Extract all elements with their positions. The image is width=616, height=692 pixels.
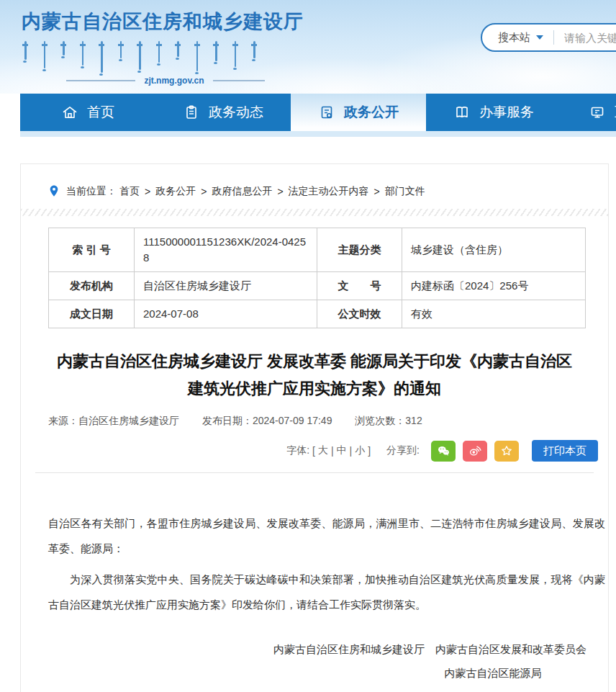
signature-energy-bureau: 内蒙古自治区能源局 bbox=[378, 661, 608, 685]
breadcrumb-separator: > bbox=[201, 186, 207, 197]
article-publish-date: 发布日期：2024-07-09 17:49 bbox=[202, 415, 332, 426]
nav-understrip bbox=[20, 131, 616, 137]
separator: | bbox=[331, 445, 334, 457]
document-seal-icon bbox=[318, 104, 335, 121]
nav-item-services[interactable]: 办事服务 bbox=[426, 94, 561, 131]
meta-value-validity: 有效 bbox=[402, 300, 586, 328]
signature-organizations: 内蒙古自治区住房和城乡建设厅 内蒙古自治区发展和改革委员会 bbox=[21, 637, 608, 661]
site-url: zjt.nmg.gov.cn bbox=[22, 76, 309, 86]
meta-label-agency: 发布机构 bbox=[49, 272, 135, 300]
hatched-divider bbox=[21, 209, 608, 216]
breadcrumb-label: 当前位置： bbox=[66, 185, 117, 198]
nav-item-label: 政务动态 bbox=[209, 103, 263, 122]
page-title: 内蒙古自治区住房城乡建设厅 发展改革委 能源局关于印发《内蒙古自治区建筑光伏推广… bbox=[52, 348, 577, 403]
share-wechat-button[interactable] bbox=[431, 441, 456, 462]
meta-value-category: 城乡建设（含住房） bbox=[402, 228, 586, 272]
print-page-button[interactable]: 打印本页 bbox=[532, 440, 598, 462]
search-divider bbox=[553, 30, 554, 45]
home-icon bbox=[61, 104, 78, 121]
article-meta: 来源：自治区住房城乡建设厅 发布日期：2024-07-09 17:49 浏览次数… bbox=[48, 415, 608, 428]
site-header: 内蒙古自治区住房和城乡建设厅 zjt.nmg.gov.cn 搜本站 bbox=[0, 0, 616, 94]
meta-value-index: 1115000001151236XK/2024-04258 bbox=[135, 228, 317, 272]
breadcrumb-separator: > bbox=[277, 186, 283, 197]
signature-block: 内蒙古自治区住房和城乡建设厅 内蒙古自治区发展和改革委员会 内蒙古自治区能源局 … bbox=[21, 637, 608, 692]
document-meta-table: 索 引 号 1115000001151236XK/2024-04258 主题分类… bbox=[48, 228, 586, 328]
bracket: ] bbox=[368, 445, 371, 457]
mongolian-script-decoration bbox=[24, 41, 309, 74]
meta-label-category: 主题分类 bbox=[317, 228, 402, 272]
font-size-widget: 字体: [ 大 | 中 | 小 ] bbox=[286, 444, 371, 457]
share-label: 分享到: bbox=[386, 444, 420, 457]
main-nav: 首页 政务动态 政务公开 办事服务 互动交流 bbox=[20, 94, 616, 131]
nav-item-interaction[interactable]: 互动交流 bbox=[561, 94, 616, 131]
breadcrumb-item-disclosure[interactable]: 政务公开 bbox=[155, 185, 196, 198]
font-size-label: 字体: bbox=[286, 444, 309, 457]
signature-date: 2024年7月8日 bbox=[378, 685, 608, 692]
search-scope-dropdown[interactable]: 搜本站 bbox=[498, 31, 543, 45]
search-box: 搜本站 bbox=[481, 23, 616, 52]
meta-label-written-date: 成文日期 bbox=[49, 300, 135, 328]
meta-value-doc-number: 内建标函〔2024〕256号 bbox=[402, 272, 586, 300]
book-icon bbox=[453, 104, 471, 121]
monitor-chat-icon bbox=[589, 104, 606, 121]
article-view-count: 浏览次数：312 bbox=[355, 415, 422, 426]
nav-item-label: 政务公开 bbox=[344, 103, 399, 122]
breadcrumb-item-gov-info[interactable]: 政府信息公开 bbox=[212, 185, 272, 198]
breadcrumb: 当前位置： 首页 > 政务公开 > 政府信息公开 > 法定主动公开内容 > 部门… bbox=[21, 164, 608, 198]
breadcrumb-item-home[interactable]: 首页 bbox=[119, 185, 140, 198]
chevron-down-icon bbox=[536, 35, 543, 40]
nav-item-public-disclosure[interactable]: 政务公开 bbox=[291, 94, 426, 131]
article-paragraph: 自治区各有关部门，各盟市住房城乡建设局、发展改革委、能源局，满洲里市、二连浩特市… bbox=[48, 511, 605, 561]
clipboard-icon bbox=[183, 104, 200, 121]
search-scope-label: 搜本站 bbox=[498, 31, 530, 45]
breadcrumb-separator: > bbox=[145, 186, 150, 197]
meta-label-index: 索 引 号 bbox=[49, 228, 135, 272]
site-title: 内蒙古自治区住房和城乡建设厅 bbox=[22, 9, 309, 35]
wechat-icon bbox=[436, 444, 450, 458]
meta-label-validity: 公文时效 bbox=[317, 300, 402, 328]
meta-value-agency: 自治区住房城乡建设厅 bbox=[135, 272, 317, 300]
table-row: 成文日期 2024-07-08 公文时效 有效 bbox=[49, 300, 586, 328]
share-favorite-button[interactable] bbox=[494, 441, 519, 462]
breadcrumb-separator: > bbox=[374, 186, 380, 197]
article-body: 自治区各有关部门，各盟市住房城乡建设局、发展改革委、能源局，满洲里市、二连浩特市… bbox=[21, 473, 608, 617]
nav-item-news[interactable]: 政务动态 bbox=[155, 94, 291, 131]
font-size-small-button[interactable]: 小 bbox=[355, 444, 365, 457]
article-source: 来源：自治区住房城乡建设厅 bbox=[48, 415, 179, 426]
article-paragraph: 为深入贯彻落实党中央、国务院关于碳达峰碳中和决策部署，加快推动自治区建筑光伏高质… bbox=[48, 567, 605, 617]
breadcrumb-item-statutory[interactable]: 法定主动公开内容 bbox=[289, 185, 369, 198]
separator: | bbox=[350, 445, 353, 457]
content-card: 当前位置： 首页 > 政务公开 > 政府信息公开 > 法定主动公开内容 > 部门… bbox=[20, 163, 609, 692]
location-pin-icon bbox=[48, 184, 60, 198]
share-weibo-button[interactable] bbox=[463, 441, 487, 462]
nav-item-label: 办事服务 bbox=[479, 103, 534, 122]
font-size-medium-button[interactable]: 中 bbox=[337, 444, 347, 457]
meta-value-written-date: 2024-07-08 bbox=[135, 300, 317, 328]
site-logo-block: 内蒙古自治区住房和城乡建设厅 zjt.nmg.gov.cn bbox=[22, 9, 309, 86]
article-toolbar: 字体: [ 大 | 中 | 小 ] 分享到: bbox=[21, 440, 608, 462]
bracket: [ bbox=[312, 445, 315, 457]
table-row: 发布机构 自治区住房城乡建设厅 文 号 内建标函〔2024〕256号 bbox=[49, 272, 586, 300]
breadcrumb-item-dept-files[interactable]: 部门文件 bbox=[385, 185, 425, 198]
meta-label-doc-number: 文 号 bbox=[317, 272, 402, 300]
search-input[interactable] bbox=[564, 32, 616, 44]
nav-item-label: 首页 bbox=[87, 103, 114, 122]
table-row: 索 引 号 1115000001151236XK/2024-04258 主题分类… bbox=[49, 228, 586, 272]
weibo-icon bbox=[468, 444, 482, 458]
nav-item-home[interactable]: 首页 bbox=[20, 94, 155, 131]
star-icon bbox=[499, 444, 514, 458]
font-size-large-button[interactable]: 大 bbox=[318, 444, 328, 457]
